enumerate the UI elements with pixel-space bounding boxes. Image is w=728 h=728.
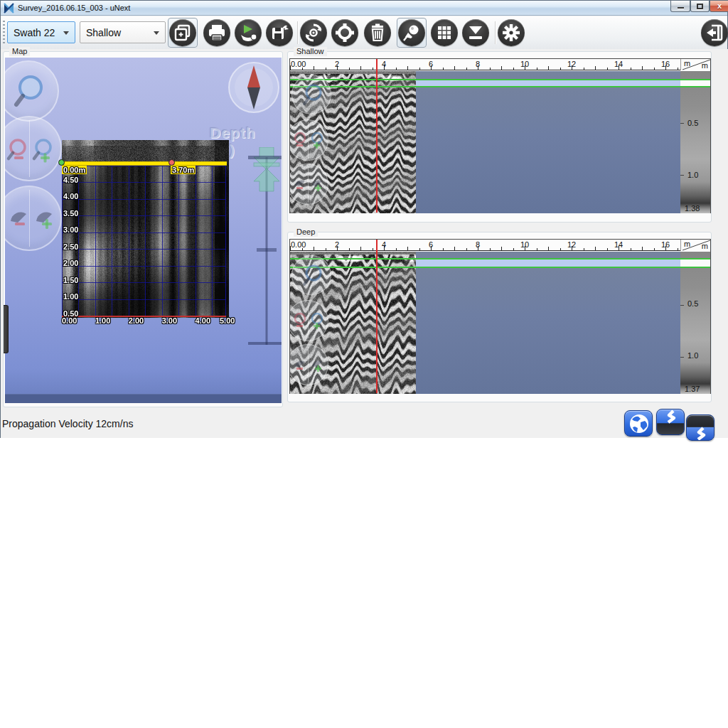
app-logo-icon	[4, 3, 14, 14]
shallow-panel: Shallow 0.00246810121416 m m 0.5	[287, 51, 712, 223]
zoom-out-zoom-in-icons	[290, 301, 329, 342]
shallow-zoom-tool-button[interactable]	[291, 75, 331, 114]
map-panel-title: Map	[9, 47, 30, 56]
deep-radargram-area[interactable]: 0.51.01.37	[290, 252, 710, 394]
grid-button[interactable]	[431, 19, 458, 46]
sync-button[interactable]	[300, 19, 327, 46]
map-x-label: 5.00	[220, 316, 235, 325]
deep-panel: Deep 0.00246810121416 m m 0.51.0	[287, 232, 712, 402]
magnifier-icon	[5, 62, 60, 123]
layers-icon	[169, 19, 196, 46]
ruler-origin-label: 0.00	[291, 240, 306, 249]
window-title: Survey_2016.06.15_003 - uNext	[18, 4, 130, 12]
map-x-label: 2.00	[129, 316, 144, 325]
deep-unit-cell: m m	[680, 240, 710, 251]
bottom-profile-view-button[interactable]	[686, 414, 714, 441]
map-zoom-in-out-buttons[interactable]	[5, 116, 62, 181]
depth-max-label: 1.38	[685, 204, 700, 213]
measure-end-handle[interactable]	[168, 159, 175, 166]
shallow-depth-scale: 0.51.01.38	[680, 71, 710, 213]
path-icon	[657, 410, 685, 435]
shallow-radargram-area[interactable]: 0.51.01.38	[290, 71, 710, 213]
pin-button[interactable]	[398, 19, 425, 46]
exit-button[interactable]	[701, 19, 728, 46]
map-x-label: 4.00	[196, 316, 210, 325]
settings-button[interactable]	[498, 19, 525, 46]
print-button[interactable]	[203, 19, 230, 46]
map-y-label: 2.50	[63, 242, 78, 251]
deep-panel-title: Deep	[294, 228, 318, 237]
sync-icon	[300, 19, 327, 46]
depth-max-label: 1.37	[685, 385, 700, 393]
map-view-button[interactable]	[624, 410, 653, 437]
shallow-plot: 0.00246810121416 m m 0.51.01.38	[289, 58, 711, 213]
title-bar: Survey_2016.06.15_003 - uNext x	[1, 1, 727, 16]
deep-zoom-tool-button[interactable]	[291, 255, 331, 295]
side-panel-handle[interactable]	[4, 305, 9, 353]
top-profile-view-button[interactable]	[656, 409, 685, 435]
magnifier-icon	[292, 256, 332, 296]
map-viewport[interactable]: Depth (m)	[5, 58, 282, 403]
download-icon	[462, 19, 489, 46]
ruler-origin-label: 0.00	[291, 60, 306, 68]
deep-reference-line-top	[290, 258, 710, 259]
map-y-label: 4.00	[63, 192, 78, 200]
playback-export-button[interactable]	[235, 19, 262, 46]
deep-zoom-in-out-buttons[interactable]	[290, 300, 328, 341]
map-y-label: 3.00	[63, 225, 78, 234]
tilt-decrease-increase-icons	[5, 187, 63, 252]
map-y-label: 1.50	[63, 276, 78, 284]
map-grid-overlay	[62, 166, 226, 317]
shallow-panel-title: Shallow	[294, 47, 327, 56]
close-icon: x	[717, 1, 722, 10]
tilt-decrease-increase-icons	[290, 345, 329, 386]
map-x-label: 1.00	[95, 316, 110, 325]
propagation-velocity-status: Propagation Velocity 12cm/ns	[2, 418, 133, 429]
layers-button[interactable]	[169, 19, 196, 46]
delete-button[interactable]	[364, 19, 391, 46]
map-zoom-tool-button[interactable]	[5, 60, 59, 122]
depth-label: 1.0	[687, 171, 698, 179]
shallow-unit-cell: m m	[680, 59, 710, 70]
close-button[interactable]: x	[710, 1, 728, 12]
shallow-depth-band-white	[680, 80, 710, 86]
deep-depth-band-white	[680, 259, 710, 267]
depth-label: 0.5	[687, 119, 698, 127]
map-y-label: 1.00	[63, 292, 78, 301]
save-export-icon	[266, 19, 293, 46]
map-panel: Map	[3, 51, 283, 407]
compass-indicator	[228, 61, 280, 114]
toolbar-separator	[297, 21, 298, 44]
collect-button[interactable]	[462, 19, 489, 46]
save-export-button[interactable]	[266, 19, 293, 46]
depth-range-slider[interactable]	[247, 147, 282, 355]
profile-dropdown[interactable]: Shallow	[80, 21, 166, 43]
globe-icon	[625, 411, 653, 437]
shallow-reference-line-bottom	[290, 86, 710, 87]
minimize-button[interactable]	[670, 1, 690, 12]
measure-start-label: 0.00m	[62, 166, 87, 174]
target-button[interactable]	[331, 19, 358, 46]
deep-tilt-buttons[interactable]	[290, 344, 328, 385]
swath-dropdown[interactable]: Swath 22	[7, 21, 75, 43]
app-window: Survey_2016.06.15_003 - uNext x Swath 22…	[0, 0, 728, 438]
maximize-button[interactable]	[690, 1, 710, 12]
printer-icon	[203, 19, 230, 46]
map-bottom-strip	[5, 394, 282, 403]
shallow-zoom-in-out-buttons[interactable]	[290, 119, 328, 161]
depth-label: 1.0	[687, 351, 698, 360]
map-tilt-buttons[interactable]	[5, 186, 62, 251]
gear-icon	[498, 19, 525, 46]
profile-dropdown-value: Shallow	[86, 27, 121, 38]
toolbar-grip[interactable]	[3, 21, 5, 45]
pushpin-icon	[398, 19, 425, 46]
map-survey-image[interactable]: 0.00m 3.70m 4.504.003.503.002.502.001.50…	[62, 140, 229, 318]
shallow-tilt-buttons[interactable]	[290, 164, 328, 205]
trash-icon	[364, 19, 391, 46]
deep-position-cursor[interactable]	[376, 240, 378, 393]
deep-depth-scale: 0.51.01.37	[680, 252, 710, 394]
shallow-position-cursor[interactable]	[376, 59, 378, 213]
deep-plot: 0.00246810121416 m m 0.51.01.37	[289, 239, 711, 394]
shallow-distance-ruler: 0.00246810121416	[290, 59, 710, 70]
measure-start-handle[interactable]	[58, 159, 65, 166]
